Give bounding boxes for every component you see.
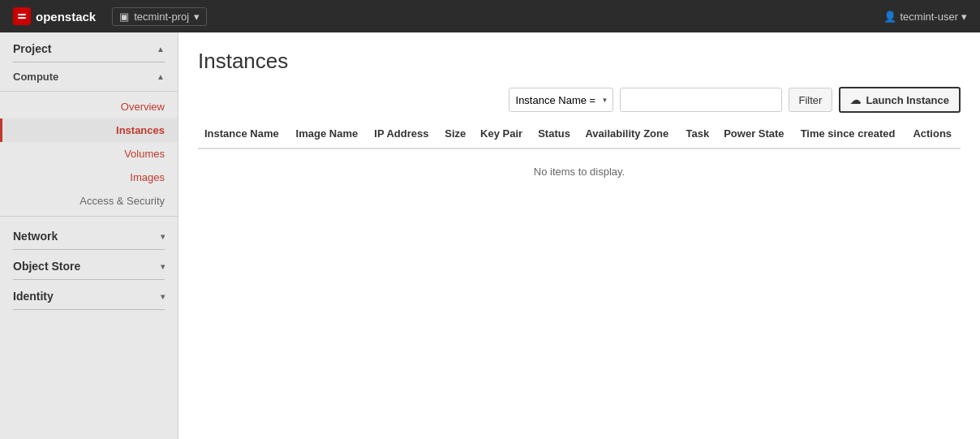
no-items-text: No items to display. [198, 148, 961, 194]
col-instance-name: Instance Name [198, 119, 290, 148]
sidebar-item-instances[interactable]: Instances [0, 118, 178, 142]
filter-dropdown-wrapper[interactable]: Instance Name = [509, 88, 613, 112]
user-icon: 👤 [883, 11, 896, 23]
volumes-label: Volumes [124, 148, 165, 160]
col-size: Size [438, 119, 474, 148]
col-power-state: Power State [717, 119, 793, 148]
identity-bottom-divider [13, 309, 165, 310]
overview-label: Overview [121, 101, 165, 113]
network-label: Network [13, 230, 58, 243]
page-title: Instances [198, 49, 961, 74]
project-chevron-icon: ▲ [157, 45, 165, 54]
project-dropdown-arrow: ▾ [194, 11, 200, 23]
project-section-header[interactable]: Project ▲ [0, 32, 178, 62]
openstack-icon [13, 7, 31, 25]
col-status: Status [531, 119, 578, 148]
cloud-upload-icon: ☁ [850, 94, 861, 106]
object-store-chevron-icon: ▾ [161, 262, 165, 271]
network-divider [0, 216, 178, 217]
brand-name: openstack [36, 10, 96, 24]
filter-input[interactable] [620, 88, 782, 112]
compute-chevron-icon: ▲ [157, 72, 165, 81]
project-name: tecmint-proj [134, 11, 189, 23]
launch-instance-button[interactable]: ☁ Launch Instance [839, 87, 961, 113]
top-navbar: openstack ▣ tecmint-proj ▾ 👤 tecmint-use… [0, 0, 980, 32]
project-label: Project [13, 42, 51, 55]
col-time-since-created: Time since created [794, 119, 907, 148]
sidebar-item-images[interactable]: Images [0, 166, 178, 189]
filter-button[interactable]: Filter [789, 88, 833, 112]
identity-section-header[interactable]: Identity ▾ [0, 280, 178, 309]
sidebar: Project ▲ Compute ▲ Overview Instances V… [0, 32, 178, 439]
network-section-header[interactable]: Network ▾ [0, 220, 178, 249]
col-key-pair: Key Pair [474, 119, 531, 148]
no-items-row: No items to display. [198, 148, 961, 194]
compute-divider [0, 91, 178, 92]
col-ip-address: IP Address [368, 119, 438, 148]
identity-chevron-icon: ▾ [161, 292, 165, 301]
col-image-name: Image Name [290, 119, 368, 148]
user-name: tecmint-user [900, 11, 958, 23]
sidebar-item-overview[interactable]: Overview [0, 95, 178, 118]
launch-instance-label: Launch Instance [866, 94, 949, 106]
access-security-label: Access & Security [80, 195, 165, 207]
sidebar-item-access-security[interactable]: Access & Security [0, 189, 178, 213]
images-label: Images [130, 171, 165, 183]
user-menu[interactable]: 👤 tecmint-user ▾ [883, 11, 967, 23]
col-task: Task [680, 119, 718, 148]
toolbar: Instance Name = Filter ☁ Launch Instance [198, 87, 961, 113]
project-selector[interactable]: ▣ tecmint-proj ▾ [112, 7, 207, 26]
svg-rect-2 [18, 17, 26, 19]
filter-select[interactable]: Instance Name = [509, 94, 612, 106]
svg-rect-0 [16, 11, 28, 22]
user-dropdown-arrow: ▾ [961, 11, 967, 23]
brand-logo: openstack [13, 7, 96, 25]
svg-rect-1 [18, 14, 26, 15]
object-store-section-header[interactable]: Object Store ▾ [0, 250, 178, 279]
sidebar-item-volumes[interactable]: Volumes [0, 142, 178, 166]
instances-label: Instances [116, 124, 165, 136]
col-availability-zone: Availability Zone [578, 119, 679, 148]
compute-label: Compute [13, 71, 58, 83]
object-store-label: Object Store [13, 260, 80, 273]
filter-dropdown[interactable]: Instance Name = [509, 88, 613, 112]
compute-section-header[interactable]: Compute ▲ [0, 62, 178, 88]
col-actions: Actions [906, 119, 961, 148]
table-header-row: Instance Name Image Name IP Address Size… [198, 119, 961, 148]
identity-label: Identity [13, 290, 54, 303]
instances-table: Instance Name Image Name IP Address Size… [198, 119, 961, 194]
network-chevron-icon: ▾ [161, 232, 165, 241]
main-content: Instances Instance Name = Filter ☁ Launc… [178, 32, 980, 439]
monitor-icon: ▣ [119, 11, 129, 23]
